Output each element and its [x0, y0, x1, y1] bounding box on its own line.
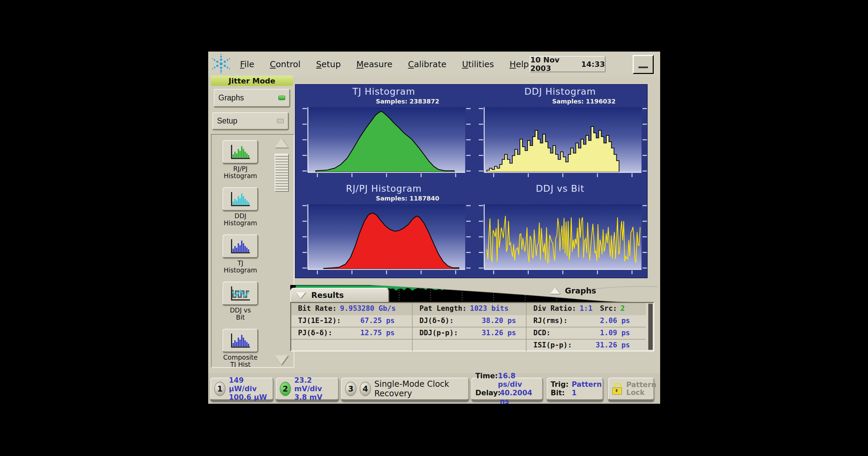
sidebar-item-rj-pj: RJ/PJHistogram	[212, 140, 269, 179]
graph-type-button[interactable]	[222, 282, 258, 305]
ddj-value: DDJ(p-p):31.26 ps	[412, 327, 526, 339]
histogram-cyan-icon	[230, 191, 251, 207]
setup-button[interactable]: Setup	[212, 112, 289, 130]
waveform-cyan-icon	[230, 286, 251, 301]
channel-4-badge: 4	[360, 382, 371, 396]
trig-value: Pattern	[572, 380, 602, 389]
graph-type-list: RJ/PJHistogramDDJHistogramTJHistogramDDJ…	[211, 134, 294, 368]
dj-value: DJ(δ-δ):38.20 ps	[412, 315, 526, 327]
menu-bar: File Control Setup Measure Calibrate Uti…	[208, 52, 660, 77]
scrollbar[interactable]	[272, 135, 291, 367]
menu-measure[interactable]: Measure	[356, 59, 392, 69]
menu-calibrate[interactable]: Calibrate	[408, 59, 446, 69]
minimize-button[interactable]	[633, 55, 654, 74]
scroll-up-icon[interactable]	[275, 138, 288, 148]
chart-title: DDJ Histogram	[472, 86, 648, 97]
channel-1-button[interactable]: 1 149 µW/div 100.6 µW	[210, 378, 274, 401]
dcd-value: DCD:1.09 ps	[526, 327, 646, 339]
histogram-green-icon	[230, 144, 251, 160]
pattern-lock-button[interactable]: Pattern Lock	[608, 378, 654, 401]
expand-triangle-icon	[550, 288, 560, 294]
graph-type-label: DDJHistogram	[212, 212, 269, 227]
time-text: 14:33	[581, 60, 605, 69]
ch2-scale: 23.2 mV/div	[294, 376, 335, 393]
chart-title: RJ/PJ Histogram	[296, 183, 472, 194]
pat-length: Pat Length:1023 bits	[412, 303, 526, 315]
rjpj-histogram-chart: RJ/PJ Histogram Samples: 1187840	[296, 182, 472, 279]
ddj-vs-bit-chart: DDJ vs Bit	[472, 182, 648, 279]
empty-cell	[412, 340, 526, 351]
setup-button-label: Setup	[217, 116, 237, 126]
samples-count: Samples: 1187840	[343, 195, 472, 202]
graph-type-label: RJ/PJHistogram	[212, 165, 269, 179]
menu-control[interactable]: Control	[270, 59, 300, 69]
sidebar-item-ddj-vs: DDJ vsBit	[212, 282, 269, 321]
time-label: Time:	[475, 372, 498, 389]
graph-type-button[interactable]	[222, 140, 258, 164]
menu-file[interactable]: File	[240, 59, 254, 69]
agilent-spark-icon	[212, 54, 231, 74]
delay-label: Delay:	[475, 389, 500, 404]
graph-panel: TJ Histogram Samples: 2383872 DDJ Histog…	[295, 84, 648, 278]
channel-2-button[interactable]: 2 23.2 mV/div 3.8 mV	[276, 378, 339, 401]
sidebar-item-ddj: DDJHistogram	[212, 187, 269, 227]
trig-label: Trig:	[551, 380, 572, 389]
clock-recovery-label: Single-Mode Clock Recovery	[374, 379, 465, 398]
ch1-offset: 100.6 µW	[229, 393, 269, 402]
tab-graphs[interactable]: Graphs	[550, 286, 596, 295]
date-text: 10 Nov 2003	[530, 56, 575, 73]
jitter-mode-banner: Jitter Mode	[211, 76, 293, 86]
graphs-led-icon	[278, 96, 285, 100]
menu-items: File Control Setup Measure Calibrate Uti…	[240, 52, 529, 77]
empty-cell	[291, 340, 412, 351]
results-row: TJ(1E-12):67.25 ps DJ(δ-δ):38.20 ps RJ(r…	[291, 315, 646, 327]
rj-value: RJ(rms):2.06 ps	[526, 315, 646, 327]
tab-strip: Results Graphs	[290, 285, 658, 302]
histogram-blue-icon	[230, 333, 251, 348]
sidebar-item-composite: CompositeTJ Hist	[212, 329, 269, 368]
results-tab-label: Results	[311, 291, 344, 300]
channel-1-badge: 1	[214, 382, 225, 396]
datetime-display: 10 Nov 2003 14:33	[530, 56, 606, 72]
pattern-lock-line2: Lock	[626, 388, 645, 397]
menu-help[interactable]: Help	[510, 59, 529, 69]
results-scroll-shadow	[648, 304, 653, 350]
results-row: PJ(δ-δ):12.75 ps DDJ(p-p):31.26 ps DCD:1…	[291, 327, 646, 339]
sidebar-item-tj: TJHistogram	[212, 234, 269, 274]
chart-title: DDJ vs Bit	[472, 183, 648, 194]
channel-2-badge: 2	[280, 382, 291, 396]
delay-value: 40.2004 ns	[500, 389, 539, 404]
menu-utilities[interactable]: Utilities	[462, 59, 494, 69]
graph-type-label: TJHistogram	[212, 260, 269, 274]
plot-svg	[472, 182, 648, 279]
samples-count: Samples: 1196032	[519, 98, 648, 105]
instrument-window: File Control Setup Measure Calibrate Uti…	[208, 52, 660, 404]
pj-value: PJ(δ-δ):12.75 ps	[291, 327, 412, 339]
samples-count: Samples: 2383872	[343, 98, 472, 105]
bit-value: 1	[572, 389, 577, 397]
minimize-icon	[638, 66, 648, 68]
ch1-scale: 149 µW/div	[229, 376, 269, 393]
graph-type-button[interactable]	[222, 187, 258, 211]
graph-type-label: DDJ vsBit	[212, 307, 269, 321]
chart-title: TJ Histogram	[296, 86, 472, 97]
bit-rate: Bit Rate:9.953280 Gb/s	[291, 303, 412, 315]
graph-type-button[interactable]	[222, 234, 258, 258]
menu-setup[interactable]: Setup	[316, 59, 341, 69]
scroll-thumb[interactable]	[275, 154, 289, 192]
trigger-button[interactable]: Trig:Pattern Bit:1	[547, 378, 604, 401]
results-header-row: Bit Rate:9.953280 Gb/s Pat Length:1023 b…	[291, 303, 646, 315]
graphs-button[interactable]: Graphs	[214, 89, 290, 107]
pattern-lock-line1: Pattern	[626, 381, 656, 389]
scroll-down-icon[interactable]	[275, 355, 288, 365]
setup-led-icon	[277, 119, 284, 123]
tab-results[interactable]: Results	[290, 288, 389, 302]
channel-3-4-button[interactable]: 3 4 Single-Mode Clock Recovery	[341, 378, 469, 401]
channel-3-badge: 3	[345, 382, 356, 396]
histogram-blue-icon	[230, 239, 251, 254]
graph-type-button[interactable]	[222, 329, 258, 353]
timebase-button[interactable]: Time:16.8 ps/div Delay:40.2004 ns	[471, 378, 543, 401]
isi-value: ISI(p-p):31.26 ps	[526, 340, 646, 351]
time-value: 16.8 ps/div	[498, 372, 539, 389]
graphs-button-label: Graphs	[218, 93, 244, 102]
